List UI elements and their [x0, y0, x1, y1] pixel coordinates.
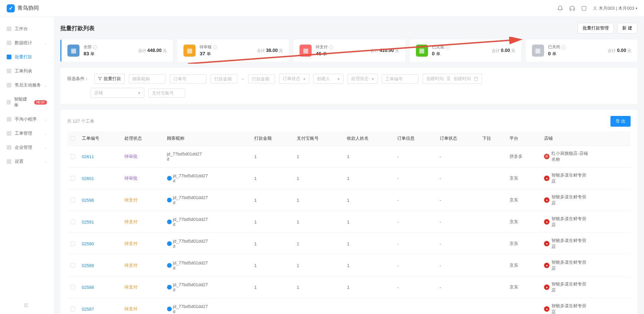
- order-input[interactable]: [170, 74, 207, 83]
- platform-cell: 京东: [506, 211, 541, 233]
- order-status-cell: -: [436, 211, 479, 233]
- stat-card-3[interactable]: ▦已完成 i0 单合计 0.00 元: [410, 40, 521, 62]
- sidebar-item-3[interactable]: 工单列表: [0, 64, 54, 78]
- order-status-cell: -: [436, 276, 479, 298]
- platform-cell: 京东: [506, 276, 541, 298]
- shop-select[interactable]: 店铺▾: [91, 88, 144, 98]
- menu-icon: [7, 131, 11, 136]
- status-text: 待审批: [124, 154, 138, 159]
- filter-batch-button[interactable]: 批量打款: [94, 74, 125, 84]
- alipay-input[interactable]: [148, 88, 185, 98]
- new-badge: NEW!: [34, 100, 47, 105]
- chevron-down-icon: ⌄: [44, 146, 47, 149]
- col-header: 顾客昵称: [164, 131, 251, 146]
- stat-title: 已完成 i: [432, 44, 449, 50]
- workorder-id-link[interactable]: 02591: [82, 219, 94, 225]
- bell-icon[interactable]: [557, 5, 563, 11]
- app-logo[interactable]: ✓ 青鸟协同: [7, 4, 39, 12]
- info-icon: i: [213, 45, 217, 49]
- row-checkbox[interactable]: [70, 176, 75, 181]
- workorder-id-link[interactable]: 02590: [82, 241, 94, 246]
- sidebar-collapse-button[interactable]: [23, 303, 29, 309]
- stat-card-0[interactable]: ▦全部 i83 单合计 448.00 元: [60, 40, 173, 62]
- range-separator: ~: [241, 76, 244, 81]
- row-checkbox[interactable]: [70, 307, 75, 311]
- sidebar-item-6[interactable]: 手淘小程序⌄: [0, 112, 54, 126]
- shop-cell: ▾智晓多谋生鲜专营店: [544, 303, 627, 314]
- order-status-select[interactable]: 订单状态▾: [279, 74, 309, 84]
- creator-select[interactable]: 创建人▾: [313, 74, 343, 84]
- stat-sum: 合计 0.00 元: [608, 48, 631, 54]
- amount-cell: 1: [251, 146, 293, 168]
- wangwang-icon[interactable]: [167, 198, 172, 202]
- export-button[interactable]: 导 出: [610, 116, 631, 127]
- workorder-id-input[interactable]: [382, 74, 419, 83]
- dropdown-cell: [479, 146, 506, 168]
- row-checkbox[interactable]: [70, 219, 75, 224]
- sidebar-item-2[interactable]: 批量打款: [0, 50, 54, 64]
- sidebar-item-1[interactable]: 数据统计⌄: [0, 36, 54, 50]
- wangwang-icon[interactable]: [167, 219, 172, 224]
- amount-to-input[interactable]: [248, 74, 275, 83]
- workorder-id-link[interactable]: 02596: [82, 198, 94, 203]
- sidebar-item-0[interactable]: 工作台: [0, 22, 54, 36]
- sidebar-item-4[interactable]: 售后主动服务⌄: [0, 78, 54, 92]
- stat-card-4[interactable]: ▦已关闭 i0 单合计 0.00 元: [526, 40, 637, 62]
- wangwang-icon[interactable]: [167, 263, 172, 268]
- filter-panel: 筛选条件： 批量打款 ~ 订单状态▾ 创建人▾ 处理状态▾ 创建时间 至 创建时…: [60, 68, 637, 104]
- wangwang-icon[interactable]: [167, 285, 172, 290]
- sidebar-item-5[interactable]: 智能建单NEW!: [0, 92, 54, 112]
- sidebar-item-8[interactable]: 企业管理⌄: [0, 140, 54, 154]
- process-status-select[interactable]: 处理状态▾: [347, 74, 378, 84]
- col-header: 工单编号: [78, 131, 121, 146]
- wangwang-icon[interactable]: [167, 176, 172, 181]
- grid-icon[interactable]: [581, 6, 587, 11]
- row-checkbox[interactable]: [70, 198, 75, 202]
- order-status-cell: -: [436, 168, 479, 189]
- stat-sum: 合计 0.00 元: [492, 48, 515, 54]
- status-text: 待支付: [124, 285, 138, 290]
- amount-from-input[interactable]: [211, 74, 237, 83]
- workorder-id-link[interactable]: 02601: [82, 176, 94, 181]
- user-menu[interactable]: 木月003 | 木月003 ▾: [593, 5, 637, 11]
- stat-icon: ▦: [67, 45, 79, 57]
- stat-card-2[interactable]: ▦待支付 i46 单合计 410.00 元: [293, 40, 405, 62]
- workorder-id-link[interactable]: 02587: [82, 307, 94, 312]
- sidebar-item-7[interactable]: 工单管理⌄: [0, 126, 54, 140]
- order-info-cell: -: [394, 276, 436, 298]
- stat-title: 待审核 i: [200, 44, 217, 50]
- wangwang-icon[interactable]: [167, 241, 172, 246]
- stat-sum: 合计 38.00 元: [257, 48, 283, 54]
- row-checkbox[interactable]: [70, 285, 75, 290]
- menu-icon: [7, 41, 11, 45]
- shop-badge-icon: ▾: [544, 263, 549, 268]
- platform-cell: 京东: [506, 233, 541, 255]
- sidebar-item-9[interactable]: 设置⌄: [0, 154, 54, 169]
- payee-cell: 1: [343, 168, 394, 189]
- stat-count: 0 单: [432, 51, 449, 57]
- nick-input[interactable]: [129, 74, 166, 83]
- alipay-cell: 1: [293, 211, 344, 233]
- date-range-picker[interactable]: 创建时间 至 创建时间: [423, 74, 482, 84]
- order-status-cell: -: [436, 255, 479, 276]
- workorder-id-link[interactable]: 02588: [82, 285, 94, 290]
- stat-card-1[interactable]: ▦待审核 i37 单合计 38.00 元: [177, 40, 289, 62]
- shop-cell: ▾智晓多谋生鲜专营店: [544, 194, 627, 206]
- nick-cell: jd_77bd5d01dd27d: [167, 173, 248, 183]
- batch-manage-button[interactable]: 批量打款管理: [578, 23, 614, 34]
- chevron-down-icon: ▾: [303, 76, 306, 81]
- alipay-cell: 1: [293, 233, 344, 255]
- new-button[interactable]: 新 建: [617, 23, 637, 34]
- workorder-id-link[interactable]: 02611: [82, 154, 94, 159]
- row-checkbox[interactable]: [70, 263, 75, 268]
- select-all-checkbox[interactable]: [70, 136, 75, 141]
- workorder-id-link[interactable]: 02589: [82, 263, 94, 268]
- order-info-cell: -: [394, 255, 436, 276]
- alipay-cell: 1: [293, 276, 344, 298]
- row-checkbox[interactable]: [70, 154, 75, 159]
- calendar-icon: [474, 76, 478, 81]
- headset-icon[interactable]: [569, 5, 575, 11]
- chevron-down-icon: ⌄: [44, 132, 47, 135]
- row-checkbox[interactable]: [70, 241, 75, 246]
- wangwang-icon[interactable]: [167, 307, 172, 311]
